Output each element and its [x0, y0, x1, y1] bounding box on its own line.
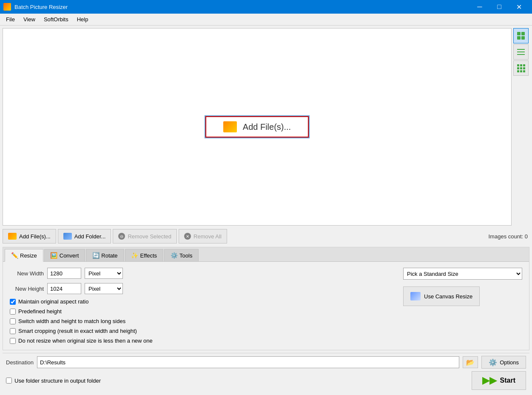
add-files-big-label: Add File(s)...	[243, 122, 291, 132]
destination-browse-button[interactable]: 📂	[463, 356, 478, 368]
svg-rect-6	[517, 54, 525, 55]
menubar: File View SoftOrbits Help	[0, 14, 532, 26]
add-files-big-button[interactable]: Add File(s)...	[205, 116, 309, 138]
svg-rect-2	[517, 36, 521, 40]
remove-all-button[interactable]: ✕ Remove All	[179, 229, 227, 243]
remove-all-label: Remove All	[193, 233, 222, 240]
switch-sides-label: Switch width and height to match long si…	[18, 318, 125, 324]
svg-rect-3	[521, 36, 525, 40]
standard-size-select[interactable]: Pick a Standard Size 640 × 480 800 × 600…	[403, 268, 522, 280]
bottom-row: Use folder structure in output folder ▶▶…	[6, 371, 526, 390]
destination-row: Destination 📂 ⚙️ Options	[6, 356, 526, 369]
add-folder-label: Add Folder...	[74, 233, 106, 240]
smart-crop-checkbox[interactable]	[10, 328, 16, 334]
remove-selected-label: Remove Selected	[128, 233, 171, 240]
view-thumbnails-button[interactable]	[513, 28, 529, 43]
list-icon	[517, 48, 525, 56]
svg-rect-10	[517, 67, 519, 69]
height-unit-select[interactable]: Pixel Percent Inch cm	[85, 283, 123, 294]
smart-crop-label: Smart cropping (result in exact width an…	[18, 328, 137, 334]
view-grid-button[interactable]	[513, 60, 529, 76]
tabs: ✏️ Resize 🖼️ Convert 🔄 Rotate ✨ Effects …	[3, 247, 529, 262]
checkboxes-area: Maintain original aspect ratio Predefine…	[10, 298, 395, 344]
start-button[interactable]: ▶▶ Start	[472, 371, 526, 390]
effects-tab-icon: ✨	[131, 252, 138, 259]
add-files-label: Add File(s)...	[19, 233, 51, 240]
tab-rotate[interactable]: 🔄 Rotate	[86, 249, 124, 261]
resize-content: New Width Pixel Percent Inch cm New Heig…	[10, 268, 522, 344]
maintain-aspect-label: Maintain original aspect ratio	[18, 298, 88, 305]
remove-selected-button[interactable]: ⊖ Remove Selected	[113, 229, 177, 243]
maximize-button[interactable]: □	[489, 0, 509, 14]
new-width-label: New Width	[10, 270, 44, 277]
no-resize-label: Do not resize when original size is less…	[18, 338, 153, 344]
predefined-height-row: Predefined height	[10, 308, 395, 315]
use-folder-label: Use folder structure in output folder	[14, 378, 101, 384]
tab-resize-label: Resize	[20, 252, 37, 259]
canvas-resize-button[interactable]: Use Canvas Resize	[403, 286, 480, 306]
maintain-aspect-checkbox[interactable]	[10, 299, 16, 305]
tab-tools-label: Tools	[179, 252, 192, 259]
thumbnails-icon	[517, 31, 525, 40]
destination-label: Destination	[6, 359, 34, 366]
add-folder-icon	[63, 233, 72, 240]
options-button[interactable]: ⚙️ Options	[481, 356, 526, 369]
file-list-area: Add File(s)...	[3, 28, 529, 226]
destination-input[interactable]	[37, 356, 459, 368]
switch-sides-checkbox[interactable]	[10, 318, 16, 324]
remove-selected-icon: ⊖	[118, 233, 125, 240]
svg-rect-15	[523, 70, 525, 72]
bottom-panel: ✏️ Resize 🖼️ Convert 🔄 Rotate ✨ Effects …	[3, 247, 529, 350]
menu-softorbits[interactable]: SoftOrbits	[40, 14, 73, 24]
main-container: Add File(s)...	[0, 26, 532, 395]
svg-rect-7	[517, 64, 519, 66]
toolbar: Add File(s)... Add Folder... ⊖ Remove Se…	[3, 228, 529, 244]
smart-crop-row: Smart cropping (result in exact width an…	[10, 328, 395, 334]
canvas-resize-label: Use Canvas Resize	[424, 293, 472, 300]
svg-rect-11	[520, 67, 522, 69]
no-resize-checkbox[interactable]	[10, 338, 16, 344]
use-folder-row: Use folder structure in output folder	[6, 378, 101, 384]
view-list-button[interactable]	[513, 44, 529, 60]
app-title: Batch Picture Resizer	[14, 4, 68, 10]
use-folder-checkbox[interactable]	[6, 378, 12, 384]
add-files-button[interactable]: Add File(s)...	[3, 229, 56, 243]
svg-rect-9	[523, 64, 525, 66]
titlebar: Batch Picture Resizer ─ □ ✕	[0, 0, 532, 14]
gear-icon: ⚙️	[489, 358, 497, 366]
new-height-label: New Height	[10, 286, 44, 292]
tab-convert-label: Convert	[60, 252, 79, 259]
tab-resize[interactable]: ✏️ Resize	[5, 249, 43, 262]
no-resize-row: Do not resize when original size is less…	[10, 338, 395, 344]
svg-rect-13	[517, 70, 519, 72]
maintain-aspect-row: Maintain original aspect ratio	[10, 298, 395, 305]
bottom-controls: Destination 📂 ⚙️ Options Use folder stru…	[3, 353, 529, 392]
width-row: New Width Pixel Percent Inch cm	[10, 268, 395, 279]
height-row: New Height Pixel Percent Inch cm	[10, 283, 395, 294]
grid-icon	[517, 64, 525, 72]
width-unit-select[interactable]: Pixel Percent Inch cm	[85, 268, 123, 279]
tab-convert[interactable]: 🖼️ Convert	[44, 249, 85, 261]
images-count: Images count: 0	[489, 233, 530, 240]
svg-rect-0	[517, 32, 521, 35]
new-width-input[interactable]	[47, 268, 81, 279]
tab-tools[interactable]: ⚙️ Tools	[164, 249, 199, 261]
menu-file[interactable]: File	[2, 14, 19, 24]
menu-view[interactable]: View	[19, 14, 40, 24]
start-label: Start	[500, 377, 515, 384]
close-button[interactable]: ✕	[509, 0, 529, 14]
tab-effects-label: Effects	[140, 252, 157, 259]
browse-icon: 📂	[466, 358, 475, 366]
file-list-panel: Add File(s)...	[3, 28, 512, 226]
menu-help[interactable]: Help	[73, 14, 93, 24]
minimize-button[interactable]: ─	[470, 0, 489, 14]
convert-tab-icon: 🖼️	[51, 252, 57, 259]
resize-tab-icon: ✏️	[11, 252, 18, 259]
tab-effects[interactable]: ✨ Effects	[125, 249, 164, 261]
new-height-input[interactable]	[47, 283, 81, 294]
predefined-height-checkbox[interactable]	[10, 309, 16, 315]
canvas-resize-icon	[410, 292, 421, 301]
add-files-big-icon	[223, 121, 237, 132]
remove-all-icon: ✕	[184, 233, 191, 240]
add-folder-button[interactable]: Add Folder...	[58, 229, 111, 243]
